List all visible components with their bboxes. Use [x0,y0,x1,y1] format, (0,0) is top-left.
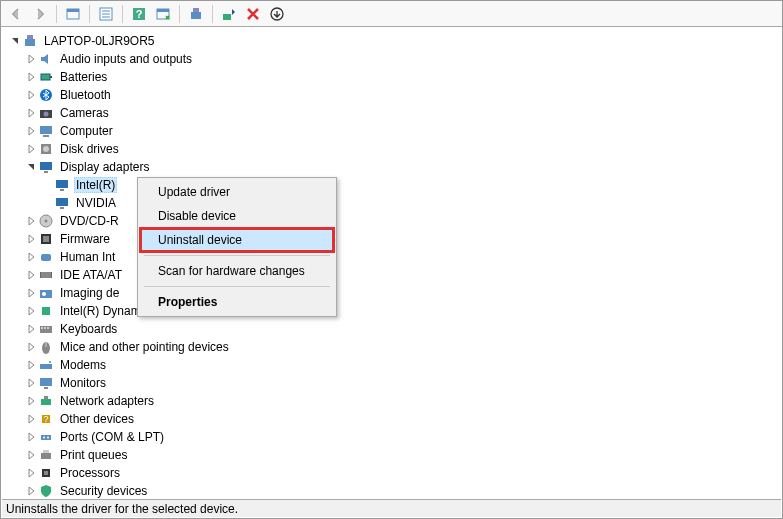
expand-icon[interactable] [24,412,38,426]
context-menu-item[interactable]: Update driver [140,180,334,204]
node-label: Monitors [58,375,108,391]
firmware-icon [38,231,54,247]
tree-category[interactable]: Ports (COM & LPT) [6,428,781,446]
svg-rect-44 [42,307,50,315]
svg-rect-15 [27,35,33,39]
expand-icon[interactable] [24,484,38,498]
tree-category[interactable]: Cameras [6,104,781,122]
tree-category[interactable]: DVD/CD-R [6,212,781,230]
node-label: Display adapters [58,159,151,175]
tree-category[interactable]: Mice and other pointing devices [6,338,781,356]
security-icon [38,483,54,498]
svg-rect-59 [41,435,51,440]
svg-rect-47 [44,327,46,329]
node-label: Audio inputs and outputs [58,51,194,67]
node-label: Batteries [58,69,109,85]
expand-icon[interactable] [24,430,38,444]
context-menu-separator [144,286,330,287]
svg-point-61 [47,437,49,439]
tree-category[interactable]: Keyboards [6,320,781,338]
display-icon [38,159,54,175]
update-driver-button[interactable] [218,3,240,25]
thermal-icon [38,303,54,319]
tree-category[interactable]: Batteries [6,68,781,86]
tree-device[interactable]: Intel(R) [6,176,781,194]
expand-icon[interactable] [24,340,38,354]
expand-icon[interactable] [24,142,38,156]
camera-icon [38,105,54,121]
tree-category[interactable]: IDE ATA/AT [6,266,781,284]
help-button[interactable]: ? [128,3,150,25]
expand-icon[interactable] [24,88,38,102]
svg-point-32 [45,220,48,223]
tree-device[interactable]: NVIDIA [6,194,781,212]
disable-button[interactable] [242,3,264,25]
expand-icon[interactable] [24,376,38,390]
tree-category[interactable]: Processors [6,464,781,482]
expand-icon[interactable] [24,466,38,480]
expand-icon[interactable] [24,358,38,372]
tree-category[interactable]: Audio inputs and outputs [6,50,781,68]
svg-rect-17 [50,76,52,78]
computer-icon [38,123,54,139]
show-hidden-button[interactable] [62,3,84,25]
node-label: Network adapters [58,393,156,409]
expand-icon[interactable] [24,52,38,66]
tree-category[interactable]: Human Int [6,248,781,266]
tree-category[interactable]: ?Other devices [6,410,781,428]
forward-button[interactable] [29,3,51,25]
action-button[interactable] [152,3,174,25]
expand-icon[interactable] [24,70,38,84]
expand-icon[interactable] [24,232,38,246]
tree-category[interactable]: Imaging de [6,284,781,302]
expand-icon[interactable] [24,448,38,462]
node-label: NVIDIA [74,195,118,211]
expand-icon[interactable] [24,124,38,138]
tree-category[interactable]: Monitors [6,374,781,392]
node-label: Disk drives [58,141,121,157]
scan-button[interactable] [185,3,207,25]
svg-text:?: ? [43,414,48,424]
context-menu-item[interactable]: Properties [140,290,334,314]
tree-category[interactable]: Print queues [6,446,781,464]
context-menu-item[interactable]: Uninstall device [139,227,335,253]
svg-rect-56 [44,396,48,399]
computer-icon [22,33,38,49]
expand-icon[interactable] [24,268,38,282]
tree-category[interactable]: Display adapters [6,158,781,176]
tree-category[interactable]: Disk drives [6,140,781,158]
context-menu: Update driverDisable deviceUninstall dev… [137,177,337,317]
tree-root[interactable]: LAPTOP-0LJR9OR5 [6,32,781,50]
device-tree[interactable]: LAPTOP-0LJR9OR5Audio inputs and outputsB… [2,28,781,498]
expand-icon[interactable] [24,214,38,228]
expand-icon[interactable] [24,322,38,336]
svg-point-24 [43,146,49,152]
uninstall-button[interactable] [266,3,288,25]
node-label: Firmware [58,231,112,247]
svg-rect-34 [43,236,49,242]
context-menu-item[interactable]: Scan for hardware changes [140,259,334,283]
tree-category[interactable]: Bluetooth [6,86,781,104]
tree-category[interactable]: Network adapters [6,392,781,410]
properties-button[interactable] [95,3,117,25]
tree-category[interactable]: Modems [6,356,781,374]
back-button[interactable] [5,3,27,25]
expand-icon[interactable] [8,34,22,48]
tree-category[interactable]: Security devices [6,482,781,498]
context-menu-separator [144,255,330,256]
expand-icon[interactable] [24,160,38,174]
display-icon [54,195,70,211]
svg-rect-11 [193,8,199,12]
context-menu-item[interactable]: Disable device [140,204,334,228]
expand-icon[interactable] [24,286,38,300]
tree-category[interactable]: Firmware [6,230,781,248]
expand-icon[interactable] [24,394,38,408]
tree-category[interactable]: Intel(R) Dynamic Platform and Thermal Fr… [6,302,781,320]
expand-icon[interactable] [24,106,38,120]
expand-icon[interactable] [24,250,38,264]
expand-icon[interactable] [24,304,38,318]
cpu-icon [38,465,54,481]
svg-rect-9 [157,9,169,12]
tree-category[interactable]: Computer [6,122,781,140]
svg-rect-54 [44,387,48,389]
